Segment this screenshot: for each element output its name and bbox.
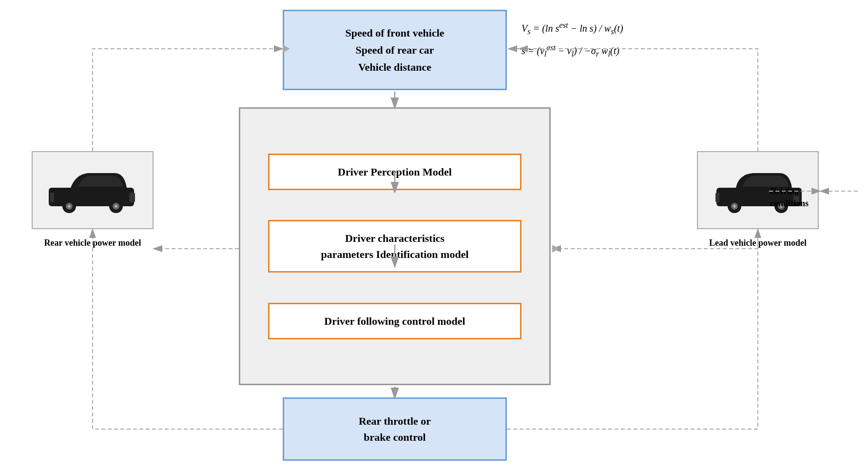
formula-area: Vs = (ln sest − ln s) / ws(t) s = (vlest… <box>521 17 716 62</box>
driving-conditions-label: Drivingconditions <box>770 185 809 210</box>
bottom-throttle-box: Rear throttle or brake control <box>283 397 507 461</box>
driver-characteristics-label: Driver characteristics parameters Identi… <box>321 230 468 262</box>
driver-perception-box: Driver Perception Model <box>268 154 521 190</box>
right-car-label: Lead vehicle power model <box>691 238 825 248</box>
vehicle-distance-label: Vehicle distance <box>358 61 431 73</box>
top-speed-box: Speed of front vehicle Speed of rear car… <box>283 10 507 90</box>
formula-2: s = (vlest − vl) / −σr wl(t) <box>521 39 716 62</box>
bottom-throttle-text: Rear throttle or brake control <box>359 413 431 445</box>
left-car-label: Rear vehicle power model <box>27 238 158 248</box>
driver-perception-label: Driver Perception Model <box>338 164 452 180</box>
svg-point-3 <box>115 205 117 208</box>
speed-rear-label: Speed of rear car <box>355 44 434 56</box>
top-speed-text: Speed of front vehicle Speed of rear car… <box>345 24 444 76</box>
svg-rect-7 <box>129 193 135 202</box>
main-outer-box: Driver Perception Model Driver character… <box>239 107 551 385</box>
svg-rect-8 <box>50 193 54 202</box>
driver-following-label: Driver following control model <box>324 313 465 329</box>
svg-point-15 <box>733 205 736 208</box>
svg-point-6 <box>68 205 71 208</box>
speed-front-label: Speed of front vehicle <box>345 27 444 39</box>
svg-marker-30 <box>552 245 559 253</box>
svg-rect-17 <box>715 193 719 202</box>
left-car-box <box>32 151 154 229</box>
driver-following-box: Driver following control model <box>268 303 521 339</box>
formula-1: Vs = (ln sest − ln s) / ws(t) <box>521 17 716 39</box>
driver-characteristics-box: Driver characteristics parameters Identi… <box>268 220 521 273</box>
diagram-container: Speed of front vehicle Speed of rear car… <box>0 0 868 471</box>
rear-vehicle-icon <box>44 166 141 215</box>
